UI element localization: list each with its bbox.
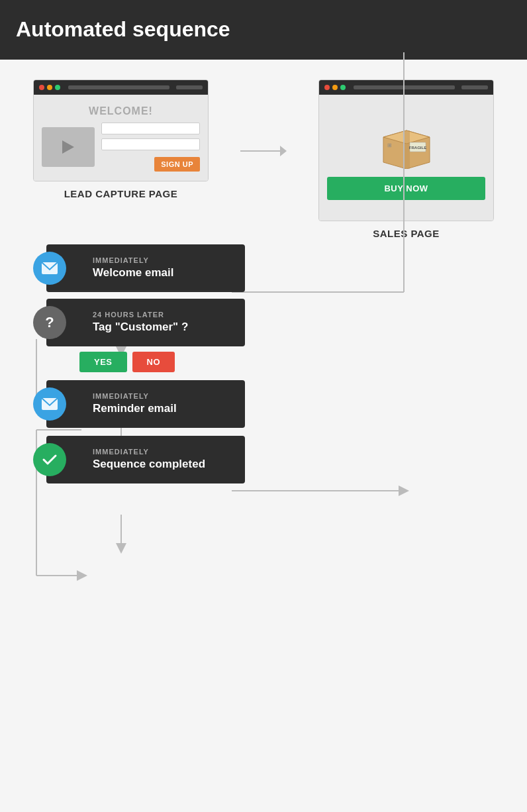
sales-page-section: FRAGILE ⊞ BUY NOW SALES PAGE [318,79,494,239]
sales-page-label: SALES PAGE [373,228,440,239]
yes-no-row: YES NO [46,352,514,372]
horizontal-arrow-line [240,150,280,152]
tag-customer-step: ? 24 HOURS LATER Tag "Customer" ? YES NO [46,299,514,372]
sales-card-body: FRAGILE ⊞ BUY NOW [319,95,493,221]
question-icon: ? [33,306,66,339]
step2-timing: 24 HOURS LATER [93,311,234,319]
package-box-icon: FRAGILE ⊞ [377,117,436,169]
welcome-email-step: IMMEDIATELY Welcome email [46,244,514,292]
sequence-completed-step: IMMEDIATELY Sequence completed [46,436,514,483]
step4-label: Sequence completed [93,458,234,471]
step4-timing: IMMEDIATELY [93,448,234,456]
lead-capture-card: WELCOME! SIGN UP [33,79,209,181]
step3-label: Reminder email [93,402,234,415]
buy-now-button[interactable]: BUY NOW [327,177,485,200]
lead-card-titlebar [34,80,208,95]
play-icon [62,140,74,154]
no-button[interactable]: NO [132,352,175,372]
email-icon-2 [33,387,66,421]
lead-card-body: WELCOME! SIGN UP [34,95,208,181]
dot-red-lead [39,85,44,90]
dot-yellow-sales [332,85,338,90]
email-svg-2 [41,397,58,411]
form-fields [101,123,200,150]
step1-label: Welcome email [93,266,234,279]
reminder-email-card: IMMEDIATELY Reminder email [46,380,245,428]
dot-red-sales [324,85,330,90]
welcome-email-card: IMMEDIATELY Welcome email [46,244,245,292]
main-content: WELCOME! SIGN UP [0,60,527,812]
step2-label: Tag "Customer" ? [93,321,234,334]
top-arrow-container [240,146,287,156]
lead-capture-section: WELCOME! SIGN UP [33,79,209,199]
svg-text:FRAGILE: FRAGILE [408,146,426,150]
svg-marker-19 [116,543,126,554]
page-title: Automated sequence [16,17,230,42]
dot-green-sales [340,85,346,90]
header: Automated sequence [0,0,527,60]
welcome-text: WELCOME! [89,105,153,117]
dot-yellow-lead [47,85,52,90]
signup-button[interactable]: SIGN UP [154,157,200,172]
tag-customer-card: ? 24 HOURS LATER Tag "Customer" ? [46,299,245,346]
right-arrow-icon [280,146,287,156]
check-svg [41,452,58,467]
check-icon [33,443,66,476]
form-field-2 [101,138,200,150]
step3-timing: IMMEDIATELY [93,392,234,400]
step1-timing: IMMEDIATELY [93,256,234,264]
question-mark: ? [45,314,54,331]
flow-diagram: IMMEDIATELY Welcome email ? 24 HOURS LAT… [13,244,514,812]
email-icon-1 [33,252,66,285]
lead-row: SIGN UP [42,123,200,172]
sales-card-titlebar [319,80,493,95]
svg-marker-21 [399,485,409,496]
lead-capture-label: LEAD CAPTURE PAGE [64,188,178,199]
video-thumbnail [42,127,95,167]
sequence-completed-card: IMMEDIATELY Sequence completed [46,436,245,483]
svg-text:⊞: ⊞ [387,142,392,148]
email-svg-1 [41,262,58,275]
dot-green-lead [55,85,60,90]
svg-marker-17 [77,570,87,581]
svg-rect-2 [403,130,410,169]
form-field-1 [101,123,200,134]
reminder-email-step: IMMEDIATELY Reminder email [46,380,514,428]
sales-card: FRAGILE ⊞ BUY NOW [318,79,494,221]
yes-button[interactable]: YES [79,352,127,372]
